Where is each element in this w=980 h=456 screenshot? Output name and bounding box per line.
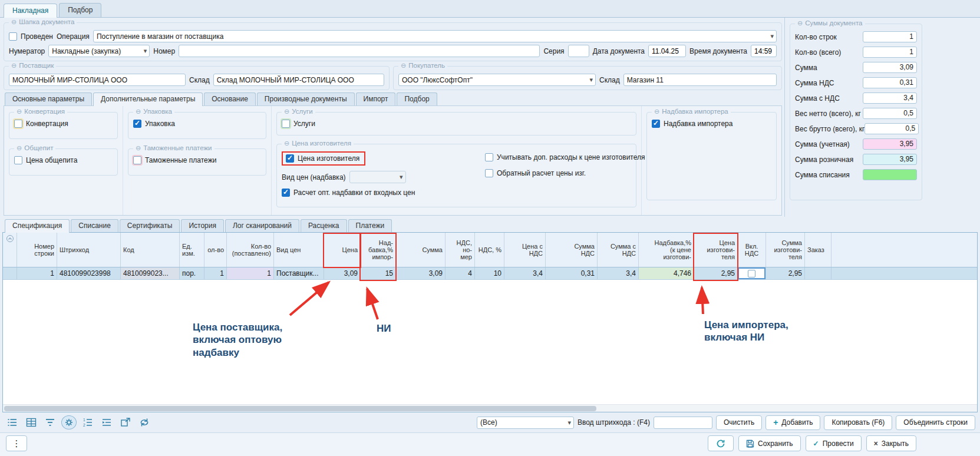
checkbox-box[interactable] bbox=[133, 120, 141, 128]
parameter-tab[interactable]: Основные параметры bbox=[5, 92, 92, 105]
rows-filter-select[interactable]: (Все) bbox=[477, 417, 574, 429]
parameter-tab[interactable]: Производные документы bbox=[257, 92, 355, 105]
copy-row-button[interactable]: Копировать (F6) bbox=[824, 415, 892, 430]
checkbox-box[interactable] bbox=[286, 154, 294, 163]
table-cell[interactable]: 3,09 bbox=[396, 267, 446, 279]
column-header[interactable]: НДС, % bbox=[475, 233, 504, 267]
table-cell[interactable]: 1 bbox=[204, 267, 227, 279]
grid-corner-cell[interactable] bbox=[3, 233, 17, 267]
group-rows-icon[interactable] bbox=[99, 415, 114, 429]
top-tab[interactable]: Накладная bbox=[4, 4, 57, 18]
series-input[interactable] bbox=[568, 45, 589, 57]
specification-tab[interactable]: Списание bbox=[71, 219, 118, 232]
specification-tab[interactable]: Лог сканирований bbox=[225, 219, 299, 232]
column-header[interactable]: Цена изготови- теля bbox=[694, 233, 738, 267]
services-checkbox[interactable]: Услуги bbox=[282, 120, 631, 128]
column-header[interactable]: Номер строки bbox=[17, 233, 57, 267]
column-header[interactable]: Кол-во (поставлено) bbox=[227, 233, 274, 267]
checkbox-box[interactable] bbox=[485, 153, 493, 161]
column-header[interactable]: Цена с НДС bbox=[504, 233, 546, 267]
column-header[interactable]: Вкл. НДС bbox=[738, 233, 766, 267]
column-header[interactable]: Цена bbox=[324, 233, 361, 267]
collapse-icon[interactable]: ⊖ bbox=[136, 145, 141, 151]
post-button[interactable]: ✓ Провести bbox=[806, 435, 862, 451]
table-cell[interactable]: 2,95 bbox=[694, 267, 738, 279]
buyer-select[interactable]: ООО "ЛюксСофтОпт" bbox=[398, 74, 596, 86]
table-cell[interactable]: 2,95 bbox=[766, 267, 805, 279]
table-cell[interactable]: 3,4 bbox=[504, 267, 546, 279]
column-header[interactable]: Штрихкод bbox=[57, 233, 121, 267]
numbered-list-icon[interactable]: 12 bbox=[80, 415, 95, 429]
merge-rows-button[interactable]: Объединить строки bbox=[896, 415, 975, 430]
horizontal-scrollbar[interactable] bbox=[3, 404, 977, 412]
column-header[interactable]: Код bbox=[121, 233, 180, 267]
table-cell[interactable]: 1 bbox=[227, 267, 274, 279]
save-button[interactable]: Сохранить bbox=[738, 435, 801, 451]
parameter-tab[interactable]: Основание bbox=[204, 92, 256, 105]
list-view-icon[interactable] bbox=[5, 415, 20, 429]
checkbox-box[interactable] bbox=[133, 156, 141, 164]
parameter-tab[interactable]: Дополнительные параметры bbox=[93, 92, 203, 106]
table-cell[interactable]: 3,4 bbox=[598, 267, 639, 279]
checkbox-box[interactable] bbox=[282, 120, 290, 128]
close-button[interactable]: × Закрыть bbox=[866, 435, 916, 451]
column-header[interactable]: Сумма с НДС bbox=[598, 233, 639, 267]
table-cell[interactable]: пор. bbox=[180, 267, 204, 279]
specification-tab[interactable]: История bbox=[181, 219, 224, 232]
column-header[interactable]: Сумма bbox=[396, 233, 446, 267]
grid-view-icon[interactable] bbox=[24, 415, 39, 429]
packaging-checkbox[interactable]: Упаковка bbox=[133, 120, 261, 128]
add-row-button[interactable]: + Добавить bbox=[765, 415, 820, 430]
table-cell[interactable]: 3,09 bbox=[324, 267, 361, 279]
parameter-tab[interactable]: Импорт bbox=[356, 92, 396, 105]
customs-checkbox[interactable]: Таможенные платежи bbox=[133, 156, 261, 164]
price-kind-select[interactable] bbox=[349, 171, 406, 183]
posted-checkbox[interactable]: Проведен bbox=[9, 32, 53, 41]
collapse-icon[interactable]: ⊖ bbox=[284, 108, 289, 115]
top-tab[interactable]: Подбор bbox=[59, 3, 101, 17]
manufacturer-price-checkbox[interactable]: Цена изготовителя bbox=[286, 154, 359, 163]
specification-tab[interactable]: Расценка bbox=[301, 219, 347, 232]
table-cell[interactable]: 4,746 bbox=[639, 267, 694, 279]
specification-tab[interactable]: Сертификаты bbox=[120, 219, 180, 232]
doc-time-input[interactable] bbox=[751, 45, 777, 57]
table-cell[interactable] bbox=[805, 267, 831, 279]
menu-button[interactable]: ⋮ bbox=[6, 435, 27, 451]
table-cell[interactable]: 15 bbox=[361, 267, 396, 279]
specification-tab[interactable]: Спецификация bbox=[5, 219, 70, 233]
number-input[interactable] bbox=[179, 45, 540, 57]
collapse-icon[interactable]: ⊖ bbox=[11, 19, 17, 25]
catering-price-checkbox[interactable]: Цена общепита bbox=[14, 156, 113, 164]
column-header[interactable]: Сумма изготови- теля bbox=[766, 233, 805, 267]
settings-gear-icon[interactable] bbox=[61, 415, 77, 429]
collapse-icon[interactable]: ⊖ bbox=[11, 62, 17, 69]
doc-date-input[interactable] bbox=[648, 45, 686, 57]
row-selector-cell[interactable] bbox=[3, 267, 17, 279]
collapse-icon[interactable]: ⊖ bbox=[797, 20, 803, 27]
checkbox-box[interactable] bbox=[14, 156, 22, 164]
reverse-calc-checkbox[interactable]: Обратный расчет цены изг. bbox=[485, 169, 645, 177]
table-row[interactable]: 1 4810099023998 4810099023... пор. 1 1 bbox=[3, 267, 977, 280]
collapse-icon[interactable]: ⊖ bbox=[654, 108, 659, 115]
scrollbar-thumb[interactable] bbox=[4, 406, 596, 411]
column-header[interactable]: Над- бавка,% импор- bbox=[361, 233, 396, 267]
specification-tab[interactable]: Платежи bbox=[348, 219, 392, 232]
filter-icon[interactable] bbox=[42, 415, 58, 429]
numerator-select[interactable]: Накладные (закупка) bbox=[48, 45, 150, 57]
column-header[interactable]: Ед. изм. bbox=[180, 233, 204, 267]
supplier-warehouse-field[interactable]: Склад МОЛОЧНЫЙ МИР-СТОЛИЦА ООО bbox=[213, 74, 384, 86]
collapse-icon[interactable]: ⊖ bbox=[17, 108, 22, 115]
table-cell[interactable]: Поставщик... bbox=[274, 267, 324, 279]
table-cell[interactable]: 0,31 bbox=[546, 267, 598, 279]
importer-markup-checkbox[interactable]: Надбавка импортера bbox=[652, 120, 771, 128]
extra-costs-checkbox[interactable]: Учитывать доп. расходы к цене изготовите… bbox=[485, 153, 645, 161]
table-cell[interactable]: 1 bbox=[17, 267, 57, 279]
operation-select[interactable]: Поступление в магазин от поставщика bbox=[93, 30, 777, 42]
wholesale-calc-checkbox[interactable]: Расчет опт. надбавки от входных цен bbox=[282, 189, 485, 197]
checkbox-box[interactable] bbox=[485, 169, 493, 177]
checkbox-box[interactable] bbox=[14, 120, 22, 128]
supplier-name-field[interactable]: МОЛОЧНЫЙ МИР-СТОЛИЦА ООО bbox=[9, 74, 186, 86]
parameter-tab[interactable]: Подбор bbox=[397, 92, 437, 105]
table-cell[interactable]: 4810099023... bbox=[121, 267, 180, 279]
conversion-checkbox[interactable]: Конвертация bbox=[14, 120, 113, 128]
